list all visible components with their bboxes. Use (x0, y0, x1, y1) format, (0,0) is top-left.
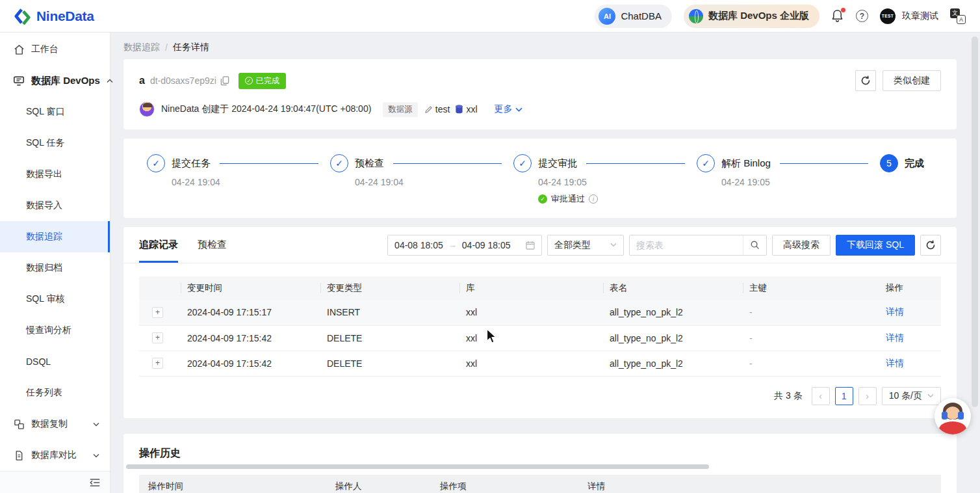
search-icon[interactable] (743, 235, 766, 255)
table-search (629, 235, 767, 256)
breadcrumb: 数据追踪 / 任务详情 (123, 33, 957, 59)
column-header: 表名 (603, 276, 743, 300)
similar-create-button[interactable]: 类似创建 (883, 70, 941, 91)
next-page-button[interactable]: › (858, 387, 877, 405)
sidebar-item-sql-window[interactable]: SQL 窗口 (0, 96, 110, 127)
page-size-select[interactable]: 10 条/页 (882, 387, 941, 405)
horizontal-scrollbar-thumb[interactable] (126, 464, 709, 469)
creator-text: NineData 创建于 2024-04-24 19:04:47(UTC +08… (161, 103, 371, 115)
cell-table-name: all_type_no_pk_l2 (603, 300, 743, 325)
step-connector (780, 163, 868, 164)
prev-page-button[interactable]: ‹ (812, 387, 830, 405)
sidebar-item-label: SQL 窗口 (26, 106, 64, 118)
info-icon[interactable]: i (589, 194, 598, 204)
chevron-down-icon (515, 107, 522, 112)
user-name[interactable]: 玖章测试 (902, 10, 938, 22)
topbar-right: AI ChatDBA 数据库 DevOps 企业版 ? TEST 玖章测试 文 … (595, 5, 966, 28)
step-date: 04-24 19:05 (538, 177, 697, 187)
datasource-db: xxl (455, 104, 477, 114)
date-end: 04-09 18:05 (462, 240, 511, 250)
cell-change-time: 2024-04-09 17:15:42 (181, 351, 320, 376)
step-connector (393, 163, 502, 164)
progress-steps-card: ✓ 提交任务 04-24 19:04 ✓ 预检查 04-24 19:04 (123, 139, 957, 218)
search-input[interactable] (630, 240, 743, 250)
customer-support-widget[interactable] (935, 398, 971, 434)
page-number-button[interactable]: 1 (835, 387, 853, 405)
type-select-value: 全部类型 (554, 239, 591, 251)
detail-link[interactable]: 详情 (886, 306, 904, 317)
history-header-row: 操作时间 操作人 操作项 详情 (139, 475, 941, 493)
refresh-records-button[interactable] (920, 235, 941, 256)
cell-primary-key: - (743, 325, 879, 351)
tab-tracking-records[interactable]: 追踪记录 (139, 227, 178, 263)
sidebar-item-label: 数据库 DevOps (31, 75, 100, 87)
collapse-sidebar-icon[interactable] (89, 478, 101, 487)
user-avatar[interactable]: TEST (880, 8, 896, 24)
sidebar-item-database-devops[interactable]: 数据库 DevOps (0, 65, 110, 96)
language-switch-icon[interactable]: 文 A (950, 8, 966, 24)
sidebar-item-task-list[interactable]: 任务列表 (0, 377, 110, 408)
chatdba-button[interactable]: AI ChatDBA (595, 5, 672, 28)
ai-icon: AI (599, 8, 615, 25)
sidebar-item-data-export[interactable]: 数据导出 (0, 159, 110, 190)
expand-row-button[interactable]: + (152, 307, 163, 318)
headset-icon (942, 412, 948, 420)
detail-link[interactable]: 详情 (886, 332, 904, 343)
steps: ✓ 提交任务 04-24 19:04 ✓ 预检查 04-24 19:04 (147, 154, 933, 205)
chatdba-label: ChatDBA (621, 10, 662, 21)
creator-avatar (139, 101, 155, 117)
cell-primary-key: - (743, 351, 879, 376)
sidebar-item-data-archive[interactable]: 数据归档 (0, 252, 110, 284)
sidebar-footer (0, 471, 110, 493)
notification-bell-icon[interactable] (831, 9, 844, 23)
task-id: dt-d0saxs7ep9zi (150, 75, 216, 86)
chevron-down-icon (93, 422, 99, 427)
sidebar-item-label: 任务列表 (26, 387, 62, 399)
edition-switcher-button[interactable]: 数据库 DevOps 企业版 (684, 5, 819, 28)
top-header: NineData AI ChatDBA 数据库 DevOps 企业版 ? TES… (0, 0, 980, 33)
advanced-search-button[interactable]: 高级搜索 (772, 235, 831, 256)
arrow-right-icon: → (448, 240, 457, 250)
download-rollback-sql-button[interactable]: 下载回滚 SQL (836, 235, 915, 256)
sidebar-item-database-compare[interactable]: 数据库对比 (0, 440, 110, 471)
type-select[interactable]: 全部类型 (547, 235, 624, 256)
breadcrumb-parent[interactable]: 数据追踪 (123, 42, 160, 53)
column-header: 主键 (743, 276, 879, 300)
more-link[interactable]: 更多 (495, 103, 522, 115)
column-header: 操作 (879, 276, 941, 300)
copy-icon[interactable] (220, 76, 229, 86)
cell-database: xxl (459, 300, 603, 325)
sidebar-item-data-replication[interactable]: 数据复制 (0, 408, 110, 440)
tab-precheck[interactable]: 预检查 (198, 227, 227, 263)
vertical-scrollbar-thumb[interactable] (972, 36, 978, 407)
detail-link[interactable]: 详情 (886, 358, 904, 368)
tabs: 追踪记录 预检查 (139, 227, 227, 263)
chevron-down-icon (927, 393, 934, 398)
step-label: 完成 (905, 157, 924, 170)
env-name: test (435, 104, 450, 114)
sidebar-item-dsql[interactable]: DSQL (0, 346, 110, 377)
date-range-picker[interactable]: 04-08 18:05 → 04-09 18:05 (387, 235, 542, 256)
sidebar-item-slow-query[interactable]: 慢查询分析 (0, 315, 110, 346)
sidebar-item-workbench[interactable]: 工作台 (0, 34, 110, 65)
refresh-task-button[interactable] (855, 70, 876, 91)
sidebar-item-sql-task[interactable]: SQL 任务 (0, 127, 110, 159)
env-pencil-icon (424, 105, 433, 114)
sidebar-item-label: 数据库对比 (31, 449, 77, 461)
total-count: 共 3 条 (774, 390, 803, 402)
step-parse-binlog: ✓ 解析 Binlog 04-24 19:05 (697, 154, 880, 187)
pagination: 共 3 条 ‹ 1 › 10 条/页 (123, 377, 957, 418)
cell-change-type: DELETE (320, 351, 459, 376)
expand-row-button[interactable]: + (152, 358, 163, 369)
approval-check-icon: ✓ (538, 194, 547, 204)
task-actions: 类似创建 (855, 70, 941, 91)
sidebar-item-sql-review[interactable]: SQL 审核 (0, 284, 110, 315)
help-icon[interactable]: ? (856, 10, 868, 22)
expand-row-button[interactable]: + (152, 332, 163, 343)
brand-logo[interactable]: NineData (14, 8, 94, 25)
sidebar-item-label: 数据导入 (26, 200, 62, 211)
step-date: 04-24 19:04 (355, 177, 513, 187)
sidebar-item-label: 慢查询分析 (26, 325, 71, 336)
sidebar-item-data-import[interactable]: 数据导入 (0, 190, 110, 221)
sidebar-item-data-tracking[interactable]: 数据追踪 (0, 221, 110, 252)
